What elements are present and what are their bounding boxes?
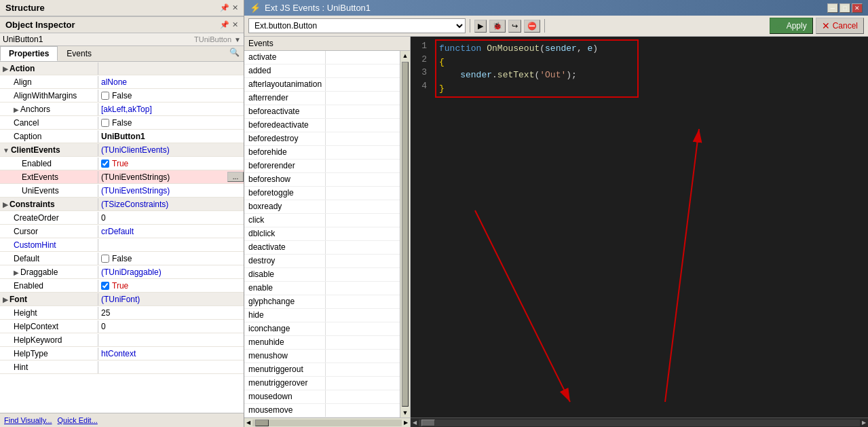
prop-createorder-value[interactable]: 0 (98, 212, 244, 224)
prop-anchors: ▶Anchors (0, 103, 98, 115)
brace-close: } (439, 83, 445, 94)
event-list-scrollbar[interactable]: ▲ ▼ (400, 51, 410, 417)
expand-clientevents[interactable]: ▼ (3, 147, 10, 154)
event-row-beforedeactivate[interactable]: beforedeactivate (244, 119, 400, 132)
scroll-up-btn[interactable]: ▲ (401, 51, 410, 60)
prop-enabled-value[interactable]: True (98, 280, 244, 292)
prop-customhint-value[interactable] (98, 244, 244, 246)
default-checkbox[interactable] (101, 255, 109, 263)
prop-helptype-value[interactable]: htContext (98, 348, 244, 360)
event-list-header: Events (244, 37, 410, 51)
prop-row-caption: Caption UniButton1 (0, 130, 244, 143)
event-row-beforerender[interactable]: beforerender (244, 160, 400, 173)
search-icon[interactable]: 🔍 (225, 46, 244, 61)
event-row-menuhide[interactable]: menuhide (244, 336, 400, 350)
event-row-afterrender[interactable]: afterrender (244, 92, 400, 105)
event-row-beforedestroy[interactable]: beforedestroy (244, 132, 400, 146)
tab-events[interactable]: Events (58, 46, 100, 61)
expand-action[interactable]: ▶ (3, 65, 8, 73)
event-row-menushow[interactable]: menushow (244, 350, 400, 363)
pin-icon[interactable]: 📌 (220, 3, 229, 12)
prop-hint-value[interactable] (98, 366, 244, 369)
event-row-boxready[interactable]: boxready (244, 200, 400, 214)
event-row-menutriggerover[interactable]: menutriggerover (244, 377, 400, 390)
event-row-destroy[interactable]: destroy (244, 255, 400, 268)
prop-helpkeyword-value[interactable] (98, 339, 244, 341)
event-class-dropdown[interactable]: Ext.button.Button (248, 18, 466, 33)
prop-enabled-client-value[interactable]: True (98, 157, 244, 170)
prop-alignwithmargins-value[interactable]: False (98, 90, 244, 102)
quick-edit-btn[interactable]: Quick Edit... (58, 416, 98, 424)
object-selector[interactable]: UniButton1 TUniButton ▼ (0, 33, 244, 46)
find-visually-btn[interactable]: Find Visually... (4, 416, 52, 424)
event-row-beforehide[interactable]: beforehide (244, 146, 400, 160)
tab-properties[interactable]: Properties (0, 46, 58, 61)
prop-extevents-value[interactable]: (TUniEventStrings) (98, 171, 227, 183)
h-scroll-thumb[interactable] (255, 420, 269, 426)
pin-icon-2[interactable]: 📌 (220, 20, 229, 29)
event-row-activate[interactable]: activate (244, 51, 400, 64)
scroll-down-btn[interactable]: ▼ (401, 408, 410, 417)
prop-cancel-value[interactable]: False (98, 117, 244, 129)
event-row-disable[interactable]: disable (244, 268, 400, 282)
apply-button[interactable]: ✔ Apply (770, 18, 813, 34)
window-maximize-btn[interactable]: □ (839, 3, 850, 13)
window-close-btn[interactable]: ✕ (852, 3, 863, 13)
cancel-button[interactable]: ✕ Cancel (816, 18, 864, 34)
window-minimize-btn[interactable]: ─ (827, 3, 838, 13)
expand-font[interactable]: ▶ (3, 296, 8, 303)
event-row-iconchange[interactable]: iconchange (244, 322, 400, 336)
prop-anchors-value[interactable]: [akLeft,akTop] (98, 103, 244, 115)
event-row-beforeactivate[interactable]: beforeactivate (244, 105, 400, 119)
event-row-afterlayoutanimation[interactable]: afterlayoutanimation (244, 78, 400, 92)
event-row-dblclick[interactable]: dblclick (244, 227, 400, 241)
prop-height-value[interactable]: 25 (98, 307, 244, 319)
code-editor[interactable]: 1 2 3 4 function OnMouseout(sender, e) {… (411, 37, 868, 417)
event-row-hide[interactable]: hide (244, 309, 400, 322)
dialog-titlebar: ⚡ Ext JS Events : UniButton1 ─ □ ✕ (244, 0, 868, 16)
event-row-mousemove[interactable]: mousemove (244, 404, 400, 417)
cancel-checkbox[interactable] (101, 119, 109, 127)
prop-uniEvents-value[interactable]: (TUniEventStrings) (98, 185, 244, 197)
alignwithmargins-checkbox[interactable] (101, 92, 109, 100)
enabled-checkbox[interactable] (101, 282, 109, 290)
close-structure-icon[interactable]: ✕ (232, 3, 238, 12)
event-row-beforetoggle[interactable]: beforetoggle (244, 187, 400, 200)
event-row-glyphchange[interactable]: glyphchange (244, 295, 400, 309)
prop-cursor-value[interactable]: crDefault (98, 225, 244, 238)
expand-constraints[interactable]: ▶ (3, 201, 8, 208)
stop-btn[interactable]: ⛔ (524, 20, 540, 33)
extevents-btn[interactable]: ... (227, 172, 244, 182)
str-out: 'Out' (540, 70, 566, 80)
prop-default-value[interactable]: False (98, 253, 244, 265)
close-obj-icon[interactable]: ✕ (232, 20, 238, 29)
event-row-deactivate[interactable]: deactivate (244, 241, 400, 255)
prop-caption-value[interactable]: UniButton1 (98, 130, 244, 143)
debug-btn[interactable]: 🐞 (489, 20, 506, 33)
event-name-activate: activate (244, 51, 326, 64)
expand-draggable[interactable]: ▶ (14, 269, 19, 276)
code-h-scroll-left[interactable]: ◀ (411, 420, 419, 426)
prop-align-value[interactable]: alNone (98, 76, 244, 88)
code-h-scroll-thumb[interactable] (421, 420, 435, 426)
enabled-client-checkbox[interactable] (101, 160, 109, 168)
event-row-enable[interactable]: enable (244, 282, 400, 295)
expand-anchors[interactable]: ▶ (14, 106, 19, 113)
h-scroll-right-btn[interactable]: ▶ (402, 420, 410, 426)
event-row-mousedown[interactable]: mousedown (244, 390, 400, 404)
event-row-added[interactable]: added (244, 64, 400, 78)
event-row-menutriggerout[interactable]: menutriggerout (244, 363, 400, 377)
event-row-beforeshow[interactable]: beforeshow (244, 173, 400, 187)
event-value-beforeshow (326, 173, 334, 186)
prop-draggable-value[interactable]: (TUniDraggable) (98, 266, 244, 278)
step-btn[interactable]: ↪ (508, 20, 521, 33)
object-selector-chevron[interactable]: ▼ (234, 36, 241, 43)
event-row-click[interactable]: click (244, 214, 400, 227)
scroll-thumb[interactable] (402, 62, 409, 407)
code-content: function OnMouseout(sender, e) { sender.… (435, 39, 865, 415)
h-scroll-left-btn[interactable]: ◀ (244, 420, 252, 426)
prop-helpcontext-value[interactable]: 0 (98, 320, 244, 333)
event-value-menushow (326, 350, 334, 363)
run-btn[interactable]: ▶ (474, 20, 487, 33)
code-h-scroll-right[interactable]: ▶ (860, 420, 868, 426)
